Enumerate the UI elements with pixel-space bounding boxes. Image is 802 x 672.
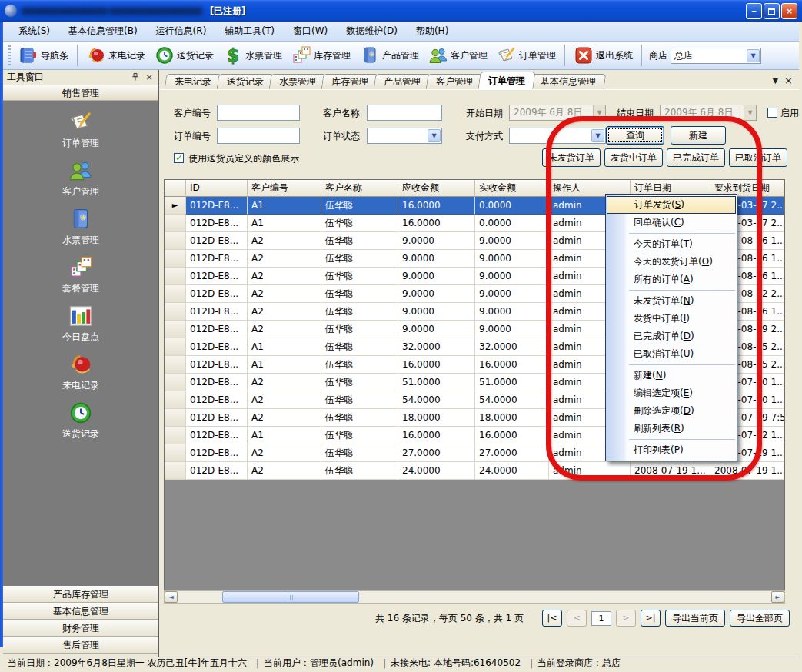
context-menu-item-completed-orders[interactable]: 已完成订单(D) [606,328,737,345]
scroll-left-icon[interactable]: ◄ [165,591,178,603]
column-header-客户名称[interactable]: 客户名称 [321,180,398,197]
unshipped-orders-filter-button[interactable]: 未发货订单 [542,148,601,167]
order-code-input[interactable] [217,128,300,144]
customer-name-input[interactable] [367,105,442,121]
sidebar-item-water-ticket-mgmt[interactable]: ★水票管理 [3,207,158,247]
context-menu-item-order-ship[interactable]: 订单发货(S) [607,196,736,214]
tab-送货记录[interactable]: 送货记录 [217,74,275,89]
sidebar-item-call-records[interactable]: 来电记录 [3,352,158,392]
row-selector[interactable] [165,374,186,391]
context-menu-item-today-shipped-orders[interactable]: 今天的发货订单(O) [606,253,737,271]
query-button[interactable]: 查询 [606,126,664,145]
context-menu-item-all-orders[interactable]: 所有的订单(A) [606,271,737,288]
chevron-down-icon[interactable]: ▼ [591,129,604,142]
tab-库存管理[interactable]: 库存管理 [321,74,379,89]
column-header-客户编号[interactable]: 客户编号 [248,180,321,197]
pin-icon[interactable] [130,72,141,83]
export-current-page-button[interactable]: 导出当前页 [665,610,725,627]
column-header-应收金额[interactable]: 应收金额 [398,180,475,197]
toolbar-button-product-mgmt[interactable]: ★产品管理 [355,44,424,67]
shop-combobox[interactable]: 总店 ▼ [671,48,761,64]
tab-水票管理[interactable]: 水票管理 [269,74,327,89]
tab-基本信息管理[interactable]: 基本信息管理 [531,74,607,89]
toolbar-button-water-ticket-mgmt[interactable]: $水票管理 [218,44,287,67]
sidebar-item-order-mgmt[interactable]: 订单管理 [3,110,158,150]
pay-method-combobox[interactable]: ▼ [509,128,606,144]
sidebar-item-delivery-records[interactable]: 送货记录 [3,401,158,441]
cancelled-orders-filter-button[interactable]: 已取消订单 [729,148,787,167]
table-row[interactable]: 012D-E8...A2伍华聪24.000024.0000admin2008-0… [165,462,784,480]
row-selector[interactable] [165,215,186,232]
sidebar-item-package-mgmt[interactable]: 套餐管理 [3,255,158,295]
tab-来电记录[interactable]: 来电记录 [165,74,222,89]
toolbar-grip[interactable] [8,45,11,65]
column-header-实收金额[interactable]: 实收金额 [475,180,549,197]
toolbar-button-delivery-records[interactable]: 送货记录 [150,44,218,67]
tab-list-dropdown-icon[interactable]: ▼ [772,76,778,85]
tab-产品管理[interactable]: 产品管理 [374,74,431,89]
shipping-orders-filter-button[interactable]: 发货中订单 [604,148,663,167]
sidebar-group-基本信息管理[interactable]: 基本信息管理 [3,603,158,620]
menu-help[interactable]: 帮助(H) [407,22,458,40]
chevron-down-icon[interactable]: ▼ [428,129,441,142]
enable-date-checkbox[interactable] [767,108,777,118]
row-selector[interactable] [165,303,186,321]
scrollbar-thumb[interactable] [222,591,359,603]
toolbar-button-inventory-mgmt[interactable]: 库存管理 [287,44,355,67]
sidebar-group-财务管理[interactable]: 财务管理 [3,620,158,637]
last-page-button[interactable]: >| [641,610,661,627]
maximize-button[interactable] [764,3,780,19]
prev-page-button[interactable]: < [567,610,587,627]
page-number-input[interactable] [591,611,611,626]
completed-orders-filter-button[interactable]: 已完成订单 [667,148,725,167]
context-menu-item-today-orders[interactable]: 今天的订单(T) [606,235,737,253]
context-menu-item-new-order[interactable]: 新建(N) [606,367,737,384]
sidebar-item-customer-mgmt[interactable]: 客户管理 [3,158,158,198]
menu-system[interactable]: 系统(S) [9,22,59,40]
toolbar-button-call-records[interactable]: 来电记录 [82,44,150,67]
row-selector[interactable] [165,427,186,444]
menu-aux-tools[interactable]: 辅助工具(T) [215,22,284,40]
row-selector[interactable] [165,268,186,285]
end-date-picker[interactable]: 2009年 6月 8日 ▼ [660,105,757,121]
context-menu-item-delete-selected[interactable]: 删除选定项(D) [606,402,737,420]
minimize-button[interactable]: － [746,3,762,19]
new-button[interactable]: 新建 [671,126,726,145]
chevron-down-icon[interactable]: ▼ [593,105,605,120]
export-all-pages-button[interactable]: 导出全部页 [730,610,790,627]
context-menu-item-receipt-confirm[interactable]: 回单确认(C) [606,214,737,231]
tab-订单管理[interactable]: 订单管理 [478,72,535,89]
context-menu-item-refresh-list[interactable]: 刷新列表(R) [606,420,737,437]
tab-客户管理[interactable]: 客户管理 [426,74,484,89]
context-menu-item-cancelled-orders[interactable]: 已取消订单(U) [606,345,737,363]
context-menu-item-edit-selected[interactable]: 编辑选定项(E) [606,384,737,402]
toolbar-button-exit-system[interactable]: 退出系统 [569,44,637,67]
sidebar-group-sales[interactable]: 销售管理 [3,85,158,101]
horizontal-scrollbar[interactable]: ◄ ► [164,590,785,604]
color-display-checkbox[interactable] [174,153,184,163]
sidebar-item-today-stocktake[interactable]: 今日盘点 [3,304,158,344]
scroll-right-icon[interactable]: ► [771,591,784,603]
row-selector[interactable] [165,356,186,374]
menu-basic-info-mgmt[interactable]: 基本信息管理(B) [59,22,147,40]
order-status-combobox[interactable]: ▼ [367,128,442,144]
row-selector[interactable]: ► [165,197,186,215]
context-menu-item-shipping-orders[interactable]: 发货中订单(I) [606,310,737,328]
row-selector[interactable] [165,462,186,480]
context-menu-item-print-list[interactable]: 打印列表(P) [606,441,737,459]
toolbar-button-nav-bar[interactable]: 导航条 [14,44,73,67]
menu-window[interactable]: 窗口(W) [284,22,337,40]
first-page-button[interactable]: |< [542,610,562,627]
row-selector[interactable] [165,409,186,427]
next-page-button[interactable]: > [616,610,636,627]
customer-code-input[interactable] [217,105,300,121]
row-selector[interactable] [165,321,186,338]
row-selector[interactable] [165,250,186,268]
sidebar-group-产品库存管理[interactable]: 产品库存管理 [3,586,158,603]
close-button[interactable]: × [781,3,797,19]
toolbar-button-order-mgmt[interactable]: 订单管理 [492,44,561,67]
toolbar-button-customer-mgmt[interactable]: 客户管理 [424,44,492,67]
column-header-ID[interactable]: ID [186,180,248,197]
row-selector[interactable] [165,232,186,250]
row-selector[interactable] [165,338,186,356]
